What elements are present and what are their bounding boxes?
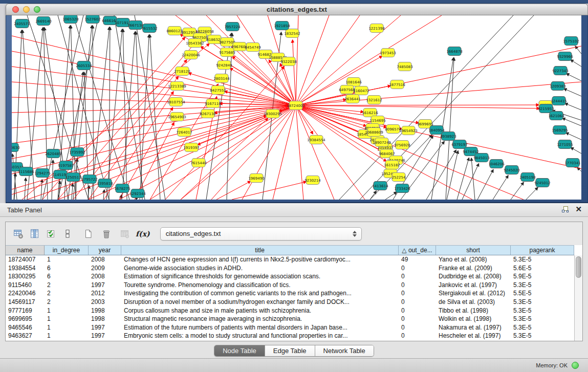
table-row[interactable]: 946362711997Embryonic stem cells: a mode… bbox=[6, 332, 574, 340]
network-node[interactable]: 1046206 bbox=[488, 160, 505, 168]
network-node[interactable]: 2405571 bbox=[14, 19, 30, 28]
network-node[interactable]: 1413614 bbox=[372, 182, 388, 190]
network-node-selected[interactable]: 2718120 bbox=[174, 67, 190, 76]
network-node-selected[interactable]: 252254 bbox=[392, 173, 406, 182]
table-settings-button[interactable] bbox=[11, 226, 26, 242]
network-node-selected[interactable]: 18907249 bbox=[373, 138, 391, 147]
network-node-selected[interactable]: 1973453 bbox=[380, 49, 396, 57]
network-node[interactable]: 9245020 bbox=[504, 166, 519, 174]
network-node[interactable]: 1770341 bbox=[564, 159, 580, 167]
network-node-selected[interactable]: 18724007 bbox=[287, 101, 305, 110]
network-node-selected[interactable]: 9175685 bbox=[219, 48, 235, 57]
close-window-button[interactable] bbox=[12, 6, 19, 13]
table-row[interactable]: 911546021997Tourette syndrome. Phenomeno… bbox=[6, 281, 574, 290]
network-node[interactable]: 1527602 bbox=[84, 15, 100, 24]
network-node[interactable]: 1250513 bbox=[65, 173, 81, 182]
scrollbar-thumb[interactable] bbox=[576, 256, 581, 278]
network-node[interactable]: 1678275 bbox=[114, 184, 130, 193]
column-header-title[interactable]: title bbox=[121, 246, 399, 255]
network-node[interactable]: 1271055 bbox=[557, 140, 573, 149]
network-node-selected[interactable]: 19654923 bbox=[399, 126, 418, 135]
network-node[interactable]: 1575102 bbox=[563, 37, 579, 46]
network-node[interactable]: 1115686 bbox=[18, 167, 34, 176]
table-row[interactable]: 977716911998Corpus callosum shape and si… bbox=[6, 307, 574, 315]
network-node-selected[interactable]: 2803144 bbox=[213, 74, 230, 83]
network-node-selected[interactable]: 2636441 bbox=[344, 95, 360, 103]
network-node[interactable]: 1292344 bbox=[129, 189, 146, 198]
column-header-year[interactable]: year bbox=[89, 246, 121, 255]
table-row[interactable]: 1830029562008Estimation of significance … bbox=[6, 272, 574, 281]
network-node-selected[interactable]: 6497568 bbox=[339, 85, 355, 94]
network-node-selected[interactable]: 12213389 bbox=[168, 82, 186, 91]
network-node-selected[interactable]: 10688609 bbox=[365, 128, 383, 137]
network-node[interactable]: 1733426 bbox=[394, 184, 410, 193]
table-row[interactable]: 1872400712008Changes of HCN gene express… bbox=[6, 255, 574, 264]
network-node[interactable]: 7615532 bbox=[141, 24, 157, 33]
network-node[interactable]: 1294275 bbox=[34, 169, 50, 178]
network-node[interactable]: 8938923 bbox=[440, 132, 456, 141]
memory-status-icon[interactable] bbox=[572, 362, 579, 369]
network-node[interactable]: 1395818 bbox=[97, 179, 113, 188]
network-node[interactable]: 2605334 bbox=[76, 61, 92, 70]
network-node-selected[interactable]: 1615182 bbox=[384, 161, 400, 169]
table-row[interactable]: 969969511998Structural magnetic resonanc… bbox=[6, 315, 574, 323]
network-node[interactable]: 1795722 bbox=[81, 175, 97, 184]
table-row[interactable]: 1456911722003Disruption of a novel membe… bbox=[6, 298, 574, 307]
select-all-rows-button[interactable] bbox=[43, 226, 59, 242]
network-node-selected[interactable]: 18107554 bbox=[167, 98, 185, 106]
network-node-selected[interactable]: 1919397 bbox=[183, 143, 199, 152]
close-panel-icon[interactable]: ✕ bbox=[575, 205, 582, 213]
network-node-selected[interactable]: 9322038 bbox=[280, 57, 296, 66]
table-row[interactable]: 1938455462009Genome-wide association stu… bbox=[6, 264, 574, 273]
network-node-selected[interactable]: 1877516 bbox=[389, 80, 405, 89]
network-node-selected[interactable]: 7615440 bbox=[190, 159, 206, 167]
vertical-scrollbar[interactable] bbox=[574, 255, 582, 341]
network-node-selected[interactable]: 1321612 bbox=[366, 96, 382, 104]
network-canvas[interactable]: 1872400788601238912954182260589827509105… bbox=[12, 15, 581, 200]
tab-network-table[interactable]: Network Table bbox=[315, 345, 374, 356]
column-header-out_degree[interactable]: △ out_de... bbox=[399, 246, 436, 255]
network-node[interactable]: 1664878 bbox=[446, 47, 462, 56]
column-header-name[interactable]: name bbox=[6, 246, 45, 255]
network-node-selected[interactable]: 9267130 bbox=[200, 110, 215, 118]
network-node[interactable]: 1569295 bbox=[552, 126, 568, 135]
network-node[interactable]: 2620630 bbox=[12, 143, 20, 152]
column-header-in_degree[interactable]: in_degree bbox=[45, 246, 89, 255]
network-node-selected[interactable]: 8454749 bbox=[245, 43, 260, 52]
tab-edge-table[interactable]: Edge Table bbox=[265, 345, 315, 356]
network-node[interactable]: 1921858 bbox=[274, 21, 290, 30]
column-header-pagerank[interactable]: pagerank bbox=[511, 246, 574, 255]
network-node-selected[interactable]: 10543362 bbox=[186, 39, 204, 48]
minimize-window-button[interactable] bbox=[23, 6, 30, 13]
table-select-dropdown[interactable]: citations_edges.txt bbox=[160, 227, 362, 240]
import-table-button[interactable] bbox=[117, 226, 133, 242]
network-node-selected[interactable]: 1221398 bbox=[368, 24, 384, 33]
delete-table-button[interactable] bbox=[99, 226, 114, 242]
network-node[interactable]: 1065328 bbox=[62, 15, 78, 24]
float-panel-icon[interactable] bbox=[561, 206, 569, 213]
network-node-selected[interactable]: 1969490 bbox=[248, 174, 264, 183]
network-node-selected[interactable]: 7264017 bbox=[176, 128, 192, 137]
window-titlebar[interactable]: citations_edges.txt bbox=[6, 4, 588, 15]
network-node-selected[interactable]: 7485083 bbox=[397, 62, 412, 71]
network-node[interactable]: 2669140 bbox=[35, 17, 51, 26]
network-node[interactable]: 1735992 bbox=[69, 148, 85, 157]
network-node-selected[interactable]: 9242848 bbox=[216, 61, 232, 70]
network-node-selected[interactable]: 18300295 bbox=[264, 110, 282, 118]
network-node[interactable]: 9845013 bbox=[473, 154, 489, 162]
network-node[interactable]: 1244415 bbox=[551, 97, 567, 105]
show-columns-button[interactable] bbox=[27, 226, 42, 242]
network-node-selected[interactable]: 9756928 bbox=[394, 141, 410, 149]
table-row[interactable]: 946554611997Estimation of the future num… bbox=[6, 323, 574, 332]
create-table-button[interactable] bbox=[80, 226, 96, 242]
column-header-short[interactable]: short bbox=[436, 246, 511, 255]
row-height-button[interactable] bbox=[60, 226, 75, 242]
network-node[interactable]: 1209383 bbox=[550, 82, 565, 91]
table-row[interactable]: 2242004622012Investigating the contribut… bbox=[6, 289, 574, 298]
network-node[interactable]: 9197587 bbox=[58, 161, 74, 170]
network-node-selected[interactable]: 8427552 bbox=[210, 86, 226, 95]
network-node[interactable]: 1621064 bbox=[548, 112, 564, 120]
network-node[interactable]: 2405198 bbox=[519, 173, 535, 182]
tab-node-table[interactable]: Node Table bbox=[214, 345, 265, 356]
network-node-selected[interactable]: 9167110 bbox=[205, 99, 221, 108]
